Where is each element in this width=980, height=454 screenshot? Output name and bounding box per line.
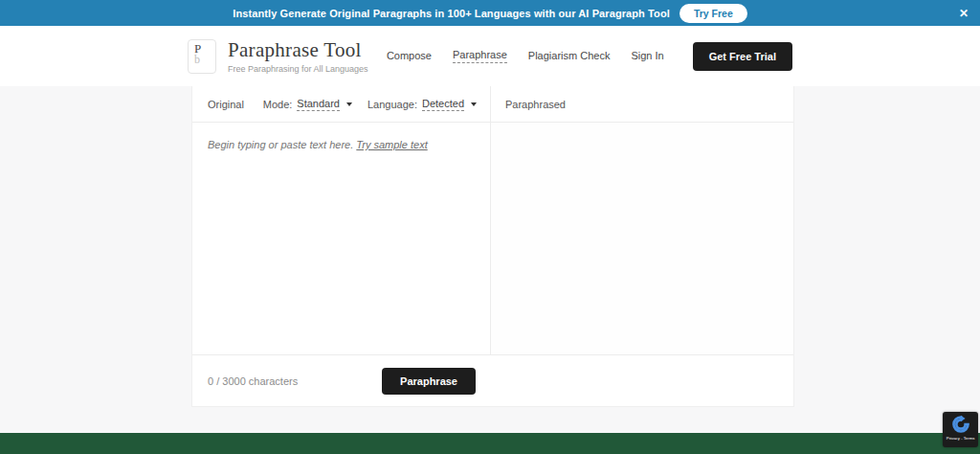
nav-sign-in[interactable]: Sign In bbox=[631, 50, 663, 63]
mode-value[interactable]: Standard bbox=[297, 98, 340, 111]
paraphrase-button[interactable]: Paraphrase bbox=[382, 368, 476, 395]
paraphrased-output-area bbox=[491, 123, 793, 354]
site-header: P b Paraphrase Tool Free Paraphrasing fo… bbox=[0, 26, 980, 86]
page: Instantly Generate Original Paragraphs i… bbox=[0, 0, 980, 454]
site-title[interactable]: Paraphrase Tool bbox=[228, 38, 368, 62]
original-panel-header: Original Mode: Standard Language: Detect… bbox=[192, 86, 491, 122]
recaptcha-badge[interactable]: Privacy - Terms bbox=[943, 412, 978, 447]
logo[interactable]: P b bbox=[188, 39, 216, 74]
placeholder-text: Begin typing or paste text here. bbox=[208, 139, 353, 150]
site-tagline: Free Paraphrasing for All Languages bbox=[228, 64, 368, 74]
nav-paraphrase[interactable]: Paraphrase bbox=[453, 49, 507, 63]
original-label: Original bbox=[208, 99, 244, 110]
try-sample-text-link[interactable]: Try sample text bbox=[356, 139, 427, 150]
get-free-trial-button[interactable]: Get Free Trial bbox=[693, 42, 792, 71]
footer-bar bbox=[0, 433, 980, 454]
main-nav: Compose Paraphrase Plagiarism Check Sign… bbox=[387, 42, 792, 71]
language-label: Language: bbox=[368, 99, 417, 110]
mode-label: Mode: bbox=[263, 99, 293, 110]
nav-compose[interactable]: Compose bbox=[387, 50, 432, 63]
recaptcha-icon bbox=[951, 415, 970, 434]
close-icon[interactable]: ✕ bbox=[959, 8, 969, 19]
brand-block: Paraphrase Tool Free Paraphrasing for Al… bbox=[228, 38, 368, 74]
logo-letter-b: b bbox=[194, 55, 215, 65]
input-placeholder: Begin typing or paste text here. Try sam… bbox=[208, 139, 428, 150]
language-value[interactable]: Detected bbox=[422, 98, 464, 111]
character-counter: 0 / 3000 characters bbox=[208, 375, 298, 387]
chevron-down-icon bbox=[346, 102, 352, 106]
original-panel-footer: 0 / 3000 characters Paraphrase bbox=[192, 368, 491, 395]
editor-dropdowns: Mode: Standard Language: Detected bbox=[263, 98, 477, 111]
panel-header-row: Original Mode: Standard Language: Detect… bbox=[192, 86, 793, 123]
paraphrased-label: Paraphrased bbox=[505, 99, 566, 110]
try-free-button[interactable]: Try Free bbox=[679, 4, 747, 23]
panel-footer-row: 0 / 3000 characters Paraphrase bbox=[192, 354, 793, 406]
chevron-down-icon bbox=[471, 102, 477, 106]
panel-body-row: Begin typing or paste text here. Try sam… bbox=[192, 123, 793, 354]
paraphrase-card: Original Mode: Standard Language: Detect… bbox=[191, 86, 794, 407]
language-dropdown[interactable]: Language: Detected bbox=[368, 98, 477, 111]
paraphrased-panel-header: Paraphrased bbox=[491, 86, 793, 122]
promo-banner: Instantly Generate Original Paragraphs i… bbox=[0, 0, 980, 26]
promo-message: Instantly Generate Original Paragraphs i… bbox=[233, 8, 670, 19]
original-text-input[interactable]: Begin typing or paste text here. Try sam… bbox=[192, 123, 491, 354]
recaptcha-terms[interactable]: Privacy - Terms bbox=[947, 437, 975, 441]
mode-dropdown[interactable]: Mode: Standard bbox=[263, 98, 352, 111]
main-area: Original Mode: Standard Language: Detect… bbox=[0, 86, 980, 433]
nav-plagiarism-check[interactable]: Plagiarism Check bbox=[528, 50, 611, 63]
